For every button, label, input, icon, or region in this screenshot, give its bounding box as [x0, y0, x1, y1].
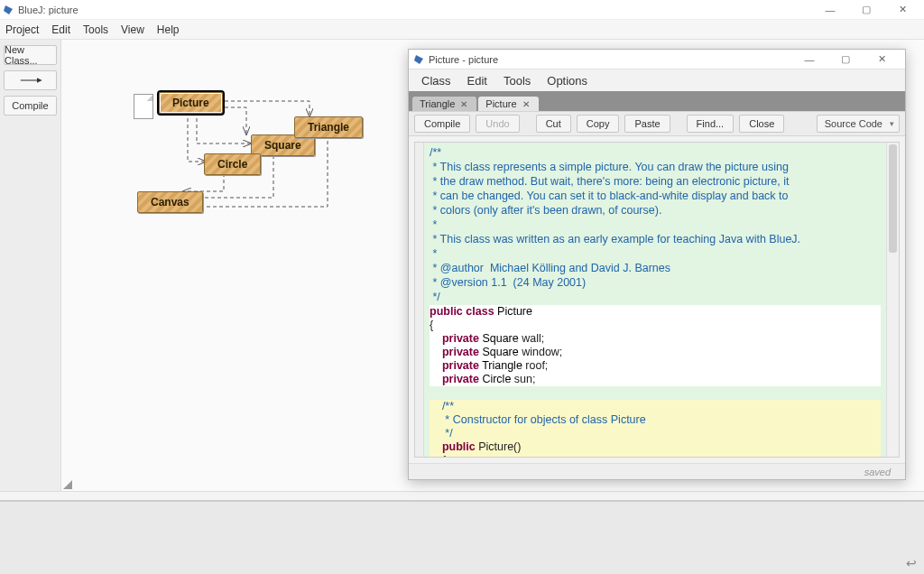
close-button[interactable]: ✕: [884, 0, 920, 20]
editor-menu-edit[interactable]: Edit: [467, 74, 487, 88]
close-icon[interactable]: ✕: [522, 99, 530, 109]
editor-menubar: Class Edit Tools Options: [409, 69, 905, 91]
editor-cut-button[interactable]: Cut: [536, 115, 571, 133]
vertical-scrollbar[interactable]: [886, 143, 899, 457]
readme-icon[interactable]: [134, 94, 153, 119]
editor-window: Picture - picture — ▢ ✕ Class Edit Tools…: [408, 49, 906, 480]
maximize-button[interactable]: ▢: [848, 0, 884, 20]
editor-titlebar: Picture - picture — ▢ ✕: [409, 50, 905, 69]
class-box-triangle[interactable]: Triangle: [294, 116, 363, 138]
editor-statusbar: saved: [409, 463, 905, 479]
compile-button[interactable]: Compile: [4, 96, 57, 116]
main-menubar: Project Edit Tools View Help: [0, 20, 924, 40]
tab-picture[interactable]: Picture✕: [478, 97, 538, 111]
editor-close-file-button[interactable]: Close: [739, 115, 784, 133]
menu-tools[interactable]: Tools: [83, 23, 108, 36]
resize-handle-icon[interactable]: [63, 480, 72, 489]
minimize-button[interactable]: —: [812, 0, 848, 20]
editor-toolbar: Compile Undo Cut Copy Paste Find... Clos…: [409, 111, 905, 136]
class-box-canvas[interactable]: Canvas: [137, 191, 203, 213]
menu-project[interactable]: Project: [5, 23, 39, 36]
editor-close-button[interactable]: ✕: [864, 50, 900, 69]
editor-tab-strip: Triangle✕ Picture✕: [409, 91, 905, 111]
new-class-button[interactable]: New Class...: [4, 45, 57, 65]
code-text[interactable]: /** * This class represents a simple pic…: [424, 143, 886, 457]
editor-copy-button[interactable]: Copy: [577, 115, 620, 133]
editor-find-button[interactable]: Find...: [687, 115, 735, 133]
bluej-icon: [414, 54, 425, 65]
editor-undo-button[interactable]: Undo: [476, 115, 519, 133]
window-title: BlueJ: picture: [18, 5, 79, 15]
tab-triangle[interactable]: Triangle✕: [412, 97, 476, 111]
bluej-icon: [4, 5, 14, 15]
editor-menu-options[interactable]: Options: [547, 74, 587, 88]
editor-compile-button[interactable]: Compile: [414, 115, 470, 133]
code-area[interactable]: /** * This class represents a simple pic…: [414, 142, 900, 458]
class-box-circle[interactable]: Circle: [204, 153, 261, 175]
editor-save-status: saved: [864, 467, 891, 477]
arrow-tool-button[interactable]: [4, 70, 57, 90]
editor-menu-class[interactable]: Class: [421, 74, 451, 88]
status-strip: [0, 491, 924, 500]
main-titlebar: BlueJ: picture — ▢ ✕: [0, 0, 924, 20]
view-mode-select[interactable]: Source Code: [817, 115, 900, 133]
class-box-picture[interactable]: Picture: [159, 92, 223, 114]
close-icon[interactable]: ✕: [460, 99, 467, 109]
editor-window-title: Picture - picture: [429, 54, 498, 65]
return-glyph-icon: ↩: [906, 556, 917, 570]
menu-help[interactable]: Help: [157, 23, 180, 36]
menu-view[interactable]: View: [121, 23, 144, 36]
editor-maximize-button[interactable]: ▢: [827, 50, 864, 69]
arrow-icon: [18, 74, 43, 87]
menu-edit[interactable]: Edit: [51, 23, 70, 36]
editor-minimize-button[interactable]: —: [791, 50, 827, 69]
code-gutter: [415, 143, 424, 457]
scrollbar-thumb[interactable]: [889, 144, 897, 253]
editor-menu-tools[interactable]: Tools: [504, 74, 531, 88]
object-bench[interactable]: ↩: [0, 500, 924, 574]
svg-marker-1: [37, 78, 42, 83]
tab-picture-label: Picture: [485, 98, 516, 109]
tab-triangle-label: Triangle: [420, 98, 455, 109]
left-toolbar: New Class... Compile: [0, 40, 61, 491]
editor-paste-button[interactable]: Paste: [624, 115, 670, 133]
